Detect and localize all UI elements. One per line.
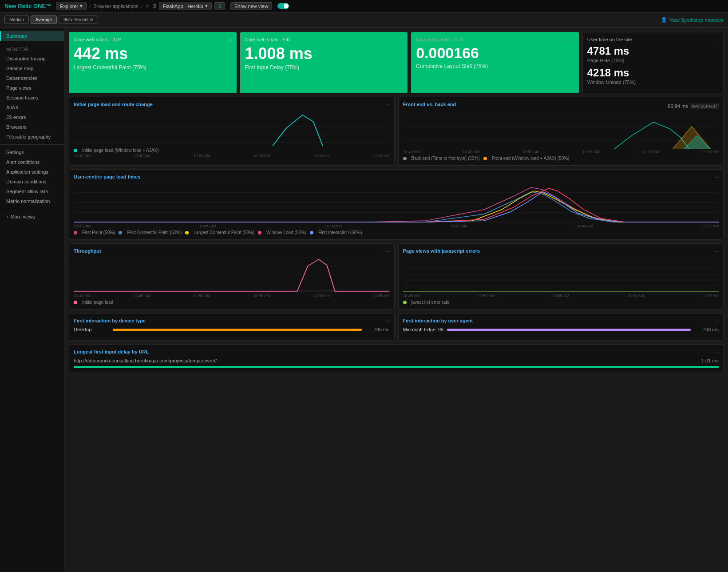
row4: Throughput ··· 1 — [69, 243, 724, 310]
front-end-back-end-card: Front end vs. back end 80.94 ms APP SERV… — [398, 97, 724, 166]
throughput-chart — [74, 257, 390, 293]
legend-dot-backend — [403, 157, 407, 160]
longest-fid-bar-fill — [74, 366, 719, 368]
first-interaction-agent-bars: Microsoft Edge, 95 738 ms — [403, 327, 719, 332]
median-button[interactable]: Median — [4, 16, 29, 24]
new-view-button[interactable]: Show new view — [230, 2, 272, 10]
user-centric-title: User-centric page load times — [74, 174, 719, 179]
sidebar-item-page-views[interactable]: Page views — [0, 83, 64, 93]
person-icon: 👤 — [661, 17, 667, 23]
content-area: Core web vitals - LCP ··· 442 ms Largest… — [64, 28, 728, 572]
fid-menu[interactable]: ··· — [398, 36, 404, 43]
lcp-subtitle: Largest Contentful Paint (75%) — [74, 64, 232, 71]
throughput-menu[interactable]: ··· — [385, 247, 391, 254]
sidebar-item-dependencies[interactable]: Dependencies — [0, 73, 64, 83]
first-interaction-device-bars: Desktop 738 ms — [74, 327, 390, 332]
desktop-bar-fill — [113, 329, 362, 331]
longest-fid-value: 1.01 ms — [701, 358, 719, 363]
sidebar-item-browsers[interactable]: Browsers — [0, 122, 64, 132]
first-interaction-agent-card: First interaction by user agent ··· Micr… — [398, 313, 724, 341]
window-unload-value: 4218 ms — [587, 67, 719, 79]
window-unload-row: 4218 ms Window Unload (75%) — [587, 67, 719, 85]
sidebar-item-distributed-tracing[interactable]: Distributed tracing — [0, 54, 64, 64]
legend-dot-fcp — [119, 231, 122, 234]
average-button[interactable]: Average — [31, 16, 57, 24]
desktop-label: Desktop — [74, 327, 109, 332]
explorer-button[interactable]: Explorer ▾ — [56, 2, 87, 10]
sidebar-item-summary[interactable]: Summary — [0, 31, 64, 41]
counter-badge[interactable]: 3 — [214, 2, 225, 10]
user-time-menu[interactable]: ··· — [714, 36, 720, 43]
js-errors-legend: javascript error rate — [403, 300, 719, 305]
initial-page-load-title: Initial page load and route change — [74, 102, 390, 107]
sidebar-item-segment-allow-lists[interactable]: Segment allow lists — [0, 187, 64, 196]
row2: Initial page load and route change ··· — [69, 97, 724, 166]
sidebar-item-settings[interactable]: Settings — [0, 147, 64, 157]
star-icon[interactable]: ☆ — [145, 3, 150, 9]
page-hide-row: 4781 ms Page Hide (75%) — [587, 45, 719, 63]
edge-bar-row: Microsoft Edge, 95 738 ms — [403, 327, 719, 332]
new-view-toggle[interactable] — [277, 3, 289, 9]
initial-page-load-legend: Initial page load (Window load + AJAX) — [74, 148, 390, 153]
cls-menu[interactable]: ··· — [570, 36, 575, 43]
row5: First interaction by device type ··· Des… — [69, 313, 724, 341]
js-errors-menu[interactable]: ··· — [714, 247, 720, 254]
initial-page-load-menu[interactable]: ··· — [385, 101, 391, 108]
front-end-legend: Back end (Time to first byte) (50%) Fron… — [403, 156, 719, 161]
edge-bar-track — [447, 329, 691, 331]
js-errors-title: Page views with javascript errors — [403, 248, 719, 254]
longest-fid-title: Longest first input delay by URL — [74, 349, 719, 354]
longest-fid-menu[interactable]: ··· — [714, 348, 720, 355]
legend-dot-fp — [74, 231, 77, 234]
throughput-card: Throughput ··· 1 — [69, 243, 395, 310]
lcp-menu[interactable]: ··· — [227, 36, 233, 43]
top-bar: New Relic ONE™ Explorer ▾ / Browser appl… — [0, 0, 728, 12]
sidebar-item-filterable-geography[interactable]: Filterable geography — [0, 132, 64, 142]
first-interaction-device-menu[interactable]: ··· — [385, 317, 391, 324]
synthetics-link[interactable]: 👤 View Synthetics monitors — [661, 17, 724, 23]
breadcrumb-browser-apps[interactable]: Browser applications — [93, 4, 138, 9]
front-end-chart — [403, 113, 719, 149]
secondary-bar: Median Average 95th Percentile 👤 View Sy… — [0, 12, 728, 28]
front-end-menu[interactable]: ··· — [714, 101, 720, 108]
front-end-back-end-title: Front end vs. back end — [403, 102, 456, 107]
front-end-xaxis: 10:40 AM10:45 AM10:50 AM10:55 AM11:00 AM… — [403, 150, 719, 154]
app-dropdown-button[interactable]: FlaskApp - Heroku ▾ — [159, 2, 212, 10]
user-centric-menu[interactable]: ··· — [714, 173, 720, 180]
sidebar-item-js-errors[interactable]: JS errors — [0, 112, 64, 122]
desktop-bar-value: 738 ms — [365, 327, 390, 332]
throughput-xaxis: 10:40 AM10:45 AM10:50 AM10:55 AM11:00 AM… — [74, 294, 390, 298]
first-interaction-device-card: First interaction by device type ··· Des… — [69, 313, 395, 341]
percentile95-button[interactable]: 95th Percentile — [59, 16, 98, 24]
lcp-value: 442 ms — [74, 45, 232, 63]
grid-icon[interactable]: ⊞ — [152, 3, 156, 9]
sidebar-item-alert-conditions[interactable]: Alert conditions — [0, 157, 64, 167]
js-errors-xaxis: 10:45 AM10:50 AM10:55 AM11:00 AM11:05 AM — [403, 294, 719, 298]
js-errors-chart — [403, 257, 719, 293]
app-server-value: 80.94 ms — [668, 103, 688, 109]
first-interaction-agent-menu[interactable]: ··· — [714, 317, 720, 324]
page-hide-label: Page Hide (75%) — [587, 58, 719, 63]
main-layout: Summary Monitor Distributed tracing Serv… — [0, 28, 728, 572]
initial-page-load-chart — [74, 111, 390, 146]
cls-value: 0.000166 — [416, 45, 574, 61]
first-interaction-agent-title: First interaction by user agent — [403, 318, 719, 323]
sidebar-item-session-traces[interactable]: Session traces — [0, 93, 64, 103]
longest-fid-card: Longest first input delay by URL ··· htt… — [69, 344, 724, 373]
user-centric-card: User-centric page load times ··· — [69, 169, 724, 240]
legend-dot-frontend — [483, 157, 487, 160]
sidebar-item-service-map[interactable]: Service map — [0, 64, 64, 73]
js-errors-card: Page views with javascript errors ··· — [398, 243, 724, 310]
legend-dot-fi — [310, 231, 313, 234]
fid-subtitle: First Input Delay (75%) — [245, 64, 403, 71]
more-views-link[interactable]: + More views — [0, 212, 64, 222]
desktop-bar-track — [113, 329, 362, 331]
sidebar-item-ajax[interactable]: AJAX — [0, 103, 64, 112]
sidebar-item-application-settings[interactable]: Application settings — [0, 167, 64, 177]
sidebar-item-metric-normalization[interactable]: Metric normalization — [0, 196, 64, 206]
legend-dot-throughput — [74, 301, 77, 304]
longest-fid-url-row: http://datacrunch-consulting.herokuapp.c… — [74, 358, 719, 363]
sidebar-item-domain-conditions[interactable]: Domain conditions — [0, 177, 64, 187]
first-interaction-device-title: First interaction by device type — [74, 318, 390, 323]
window-unload-label: Window Unload (75%) — [587, 79, 719, 85]
